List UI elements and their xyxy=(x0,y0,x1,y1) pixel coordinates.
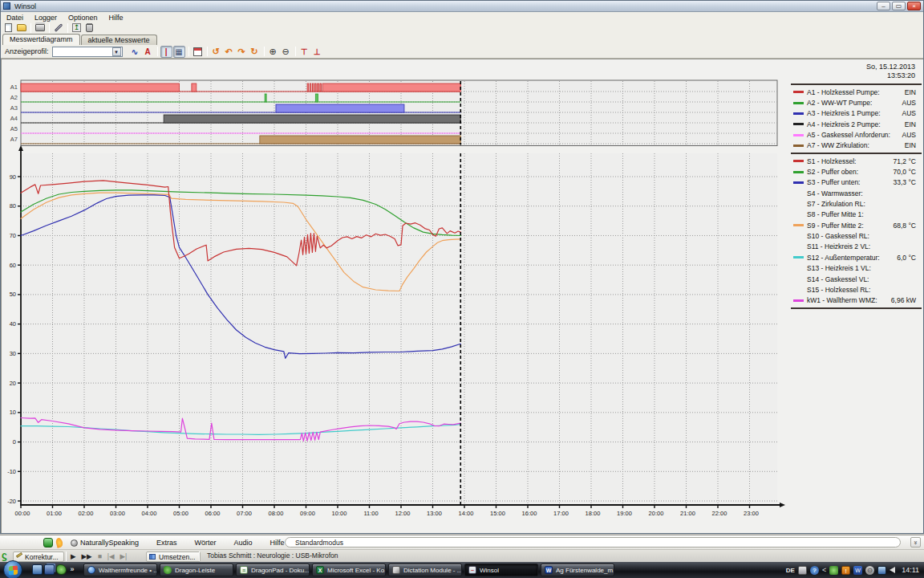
x-tick-label: 11:00 xyxy=(363,510,378,517)
keyboard-icon[interactable] xyxy=(798,566,807,575)
new-file-button[interactable] xyxy=(2,22,14,34)
state-bar-A7 xyxy=(260,136,460,144)
legend-row: S13 - Heizkreis 1 VL: xyxy=(789,263,923,274)
legend-label: S3 - Puffer unten: xyxy=(807,178,894,186)
zoom-in-button[interactable]: ⊕ xyxy=(267,46,279,58)
delete-button[interactable] xyxy=(83,22,95,34)
first-day-button[interactable]: ↺ xyxy=(210,46,222,58)
legend-separator xyxy=(791,83,922,85)
legend-row: A5 - Gaskessel Anforderun:AUS xyxy=(789,129,923,140)
state-bar-A1 xyxy=(307,83,309,92)
chevron-down-icon[interactable]: ▼ xyxy=(112,47,121,56)
cursor-toggle[interactable]: | xyxy=(160,46,172,58)
orange-app-icon[interactable]: ! xyxy=(841,566,850,575)
settings-button[interactable] xyxy=(52,22,64,34)
title-bar[interactable]: Winsol –▭× xyxy=(1,1,923,12)
start-button[interactable] xyxy=(3,560,22,578)
display-profile-combobox[interactable]: ▼ xyxy=(52,47,123,57)
measurement-chart[interactable]: 9080706050403020100-10-20A1A2A3A4A5A700:… xyxy=(1,59,789,533)
legend-value: 71,2 °C xyxy=(894,157,916,165)
y-tick-label: 40 xyxy=(10,320,16,328)
restore-button[interactable]: ▭ xyxy=(892,2,906,10)
legend-label: A4 - Heizkreis 2 Pumpe: xyxy=(807,120,905,128)
transfer-button[interactable]: Umsetzen... xyxy=(146,552,201,562)
menu-item-hilfe[interactable]: Hilfe xyxy=(103,14,129,22)
overflow-chevron-icon[interactable]: » xyxy=(68,564,76,575)
current-time: 13:53:20 xyxy=(789,71,915,80)
play-button[interactable]: ▶ xyxy=(71,552,76,560)
minimize-button[interactable]: – xyxy=(877,2,890,10)
menu-item-optionen[interactable]: Optionen xyxy=(63,14,103,22)
last-day-button[interactable]: ↻ xyxy=(249,46,261,58)
state-bar-A1 xyxy=(320,83,322,92)
window-title: Winsol xyxy=(14,2,36,10)
label-button[interactable]: A xyxy=(142,46,154,58)
dragon-menu-hilfe[interactable]: Hilfe xyxy=(270,539,285,547)
prev-day-button[interactable]: ↶ xyxy=(223,46,235,58)
word-tray-icon[interactable]: W xyxy=(853,566,862,575)
language-indicator[interactable]: DE xyxy=(786,567,795,574)
window-switch-icon[interactable] xyxy=(44,564,55,575)
rotate-left-icon: ↺ xyxy=(212,47,219,57)
skip-forward-button[interactable]: ▶| xyxy=(120,552,128,560)
x-tick-label: 12:00 xyxy=(395,510,411,517)
zoom-out-button[interactable]: ⊖ xyxy=(280,46,292,58)
legend-row: S3 - Puffer unten:33,3 °C xyxy=(789,177,923,188)
close-button[interactable]: × xyxy=(907,2,921,10)
open-file-button[interactable] xyxy=(15,22,27,34)
volume-icon[interactable] xyxy=(890,567,895,573)
taskbar-clock[interactable]: 14:11 xyxy=(902,566,919,574)
fast-forward-button[interactable]: ▶▶ xyxy=(82,552,92,560)
export-button[interactable]: ↥ xyxy=(71,22,83,34)
dragon-menu-extras[interactable]: Extras xyxy=(156,539,177,547)
menu-item-logger[interactable]: Logger xyxy=(29,14,63,22)
state-bar-A4 xyxy=(164,115,460,123)
taskbar-button[interactable]: ≡DragonPad - Doku... xyxy=(236,564,310,576)
show-desktop-icon[interactable] xyxy=(32,564,43,575)
state-bar-A1 xyxy=(192,83,197,92)
grid-toggle[interactable]: ▦ xyxy=(173,46,185,58)
scale-min-button[interactable]: ⊥ xyxy=(311,46,323,58)
taskbar-button[interactable]: Dragon-Leiste xyxy=(160,564,233,576)
stop-button[interactable]: ■ xyxy=(98,552,102,560)
help-icon[interactable]: ? xyxy=(810,566,819,575)
taskbar-button[interactable]: Dictation Module - ... xyxy=(388,564,462,576)
network-icon[interactable] xyxy=(877,566,886,575)
state-bar-A1 xyxy=(322,83,460,92)
zoom-out-icon: ⊖ xyxy=(282,47,289,57)
dragon-quicklaunch-icon[interactable] xyxy=(56,564,67,575)
microphone-on-icon[interactable] xyxy=(43,538,53,547)
swirl-tray-icon[interactable]: ʘ xyxy=(865,566,874,575)
skip-back-button[interactable]: |◀ xyxy=(107,552,115,560)
collapse-chevron-icon[interactable]: » xyxy=(910,537,921,547)
dragon-menu-naturallyspeaking[interactable]: NaturallySpeaking xyxy=(80,539,139,547)
undo-arrow-icon: ↶ xyxy=(225,47,232,57)
taskbar-button[interactable]: WAg Fürstenwalde_m... xyxy=(541,564,614,576)
legend-row: S1 - Holzkessel:71,2 °C xyxy=(789,156,923,166)
tab-aktuelle-messwerte[interactable]: aktuelle Messwerte xyxy=(81,35,157,45)
green-status-icon[interactable] xyxy=(829,566,838,575)
legend-row: A2 - WW-WT Pumpe:AUS xyxy=(789,97,923,108)
taskbar-button[interactable]: ~Winsol xyxy=(464,564,538,576)
menu-item-datei[interactable]: Datei xyxy=(1,14,29,22)
legend-label: A7 - WW Zirkulation: xyxy=(807,141,905,149)
taskbar-button-label: Ag Fürstenwalde_m... xyxy=(556,567,614,574)
legend-row: kW1 - Walltherm WMZ:6,96 kW xyxy=(789,295,923,306)
calendar-button[interactable] xyxy=(192,46,204,58)
dragon-menu-audio[interactable]: Audio xyxy=(234,539,253,547)
correction-button[interactable]: Korrektur... xyxy=(13,552,64,562)
legend-value: AUS xyxy=(902,131,916,139)
tab-messwertdiagramm[interactable]: Messwertdiagramm xyxy=(2,34,80,45)
taskbar-button[interactable]: XMicrosoft Excel - Ko... xyxy=(312,564,386,576)
mode-field[interactable]: Standardmodus xyxy=(285,537,901,547)
series-color-dash-icon xyxy=(793,203,804,206)
tray-expand-chevron-icon[interactable]: < xyxy=(822,566,826,574)
scale-max-button[interactable]: ⊤ xyxy=(298,46,310,58)
next-day-button[interactable]: ↷ xyxy=(236,46,248,58)
print-button[interactable] xyxy=(34,22,46,34)
diagram-button[interactable]: ∿ xyxy=(129,46,141,58)
printer-icon xyxy=(35,24,45,31)
taskbar-button[interactable]: Walthermfreunde • ... xyxy=(83,564,157,576)
dragon-menu-wörter[interactable]: Wörter xyxy=(195,539,217,547)
series-color-dash-icon xyxy=(793,91,804,93)
